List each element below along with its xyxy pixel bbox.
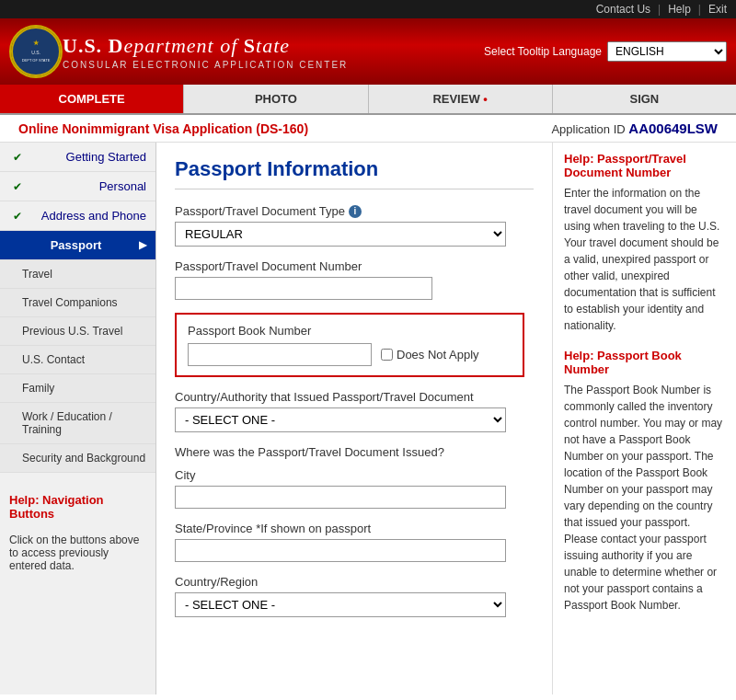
contact-us-link[interactable]: Contact Us [596, 3, 650, 16]
tab-review[interactable]: REVIEW [369, 85, 553, 113]
app-id: Application ID AA00649LSW [551, 120, 718, 136]
top-bar: Contact Us | Help | Exit [0, 0, 736, 18]
passport-type-label: Passport/Travel Document Type i [175, 204, 534, 218]
travel-companions-label: Travel Companions [22, 296, 118, 309]
tab-photo[interactable]: PHOTO [184, 85, 368, 113]
issued-country-select[interactable]: - SELECT ONE - [175, 407, 506, 432]
tooltip-lang-label: Select Tooltip Language [484, 45, 602, 58]
passport-book-number-box: Passport Book Number Does Not Apply [175, 313, 524, 377]
personal-label: Personal [99, 179, 146, 193]
header-title: U.S. Department of State CONSULAR ELECTR… [63, 34, 484, 70]
us-contact-label: U.S. Contact [22, 353, 85, 366]
does-not-apply-checkbox[interactable] [381, 349, 393, 361]
sidebar-item-us-contact[interactable]: U.S. Contact [0, 346, 155, 374]
svg-text:U.S.: U.S. [31, 50, 40, 55]
content-area: Passport Information Passport/Travel Doc… [156, 143, 552, 694]
address-phone-label: Address and Phone [41, 209, 146, 223]
help-heading-2: Help: Passport Book Number [564, 349, 725, 376]
issued-country-group: Country/Authority that Issued Passport/T… [175, 390, 534, 432]
dept-subtitle: CONSULAR ELECTRONIC APPLICATION CENTER [63, 60, 484, 70]
exit-link[interactable]: Exit [708, 3, 727, 16]
help-text-2: The Passport Book Number is commonly cal… [564, 382, 725, 614]
help-section-2: Help: Passport Book Number The Passport … [564, 349, 725, 614]
main-layout: Getting Started Personal Address and Pho… [0, 143, 736, 694]
passport-book-number-input[interactable] [188, 343, 372, 366]
passport-type-group: Passport/Travel Document Type i REGULAR [175, 204, 534, 247]
sidebar-item-work-education[interactable]: Work / Education / Training [0, 403, 155, 444]
svg-text:DEPT OF STATE: DEPT OF STATE [22, 58, 51, 63]
sidebar-help: Help: Navigation Buttons Click on the bu… [0, 482, 155, 583]
issued-where-label: Where was the Passport/Travel Document I… [175, 445, 534, 459]
passport-book-number-label: Passport Book Number [188, 324, 512, 338]
svg-text:★: ★ [33, 40, 40, 46]
sidebar-item-address-phone[interactable]: Address and Phone [0, 201, 155, 231]
language-select[interactable]: ENGLISH [607, 41, 727, 62]
passport-type-info-icon[interactable]: i [349, 205, 362, 218]
page-title: Passport Information [175, 157, 534, 189]
sidebar-item-security-background[interactable]: Security and Background [0, 444, 155, 473]
seal-logo: ★ U.S. DEPT OF STATE [9, 25, 63, 78]
city-input[interactable] [175, 486, 506, 509]
state-province-group: State/Province *If shown on passport [175, 522, 534, 562]
help-section-1: Help: Passport/Travel Document Number En… [564, 152, 725, 334]
tooltip-lang-selector[interactable]: Select Tooltip Language ENGLISH [484, 41, 727, 62]
sep2: | [698, 3, 701, 16]
sep1: | [658, 3, 661, 16]
state-province-label: State/Province *If shown on passport [175, 522, 534, 535]
sidebar-item-family[interactable]: Family [0, 374, 155, 403]
header-right: Select Tooltip Language ENGLISH [484, 41, 727, 62]
sidebar-item-travel-companions[interactable]: Travel Companions [0, 289, 155, 317]
app-id-label: Application ID [551, 122, 625, 136]
passport-arrow-icon: ▶ [139, 239, 146, 251]
sidebar-help-text: Click on the buttons above to access pre… [9, 534, 146, 572]
sidebar: Getting Started Personal Address and Pho… [0, 143, 156, 694]
work-education-label: Work / Education / Training [22, 410, 146, 436]
family-label: Family [22, 382, 54, 395]
form-name: Online Nonimmigrant Visa Application (DS… [18, 121, 308, 136]
does-not-apply-label[interactable]: Does Not Apply [381, 348, 479, 361]
help-text-1: Enter the information on the travel docu… [564, 185, 725, 334]
tab-sign[interactable]: SIGN [553, 85, 736, 113]
country-region-select[interactable]: - SELECT ONE - [175, 592, 506, 617]
help-heading-1: Help: Passport/Travel Document Number [564, 152, 725, 179]
issued-where-group: Where was the Passport/Travel Document I… [175, 445, 534, 617]
help-panel: Help: Passport/Travel Document Number En… [552, 143, 736, 694]
travel-label: Travel [22, 268, 52, 281]
app-id-value: AA00649LSW [628, 120, 718, 136]
sidebar-item-personal[interactable]: Personal [0, 172, 155, 201]
help-link[interactable]: Help [668, 3, 691, 16]
dept-name: U.S. Department of State [63, 34, 484, 58]
city-label: City [175, 468, 534, 482]
app-id-bar: Online Nonimmigrant Visa Application (DS… [0, 115, 736, 143]
passport-number-label: Passport/Travel Document Number [175, 259, 534, 273]
issued-country-label: Country/Authority that Issued Passport/T… [175, 390, 534, 404]
sidebar-item-getting-started[interactable]: Getting Started [0, 143, 155, 172]
getting-started-label: Getting Started [66, 150, 146, 164]
security-background-label: Security and Background [22, 452, 145, 465]
country-region-label: Country/Region [175, 575, 534, 589]
passport-label: Passport [51, 238, 102, 252]
city-group: City [175, 468, 534, 509]
country-region-group: Country/Region - SELECT ONE - [175, 575, 534, 617]
previous-us-travel-label: Previous U.S. Travel [22, 325, 122, 338]
sidebar-help-title: Help: Navigation Buttons [9, 493, 146, 521]
nav-tabs: COMPLETE PHOTO REVIEW SIGN [0, 85, 736, 115]
sidebar-item-previous-us-travel[interactable]: Previous U.S. Travel [0, 317, 155, 346]
book-number-row: Does Not Apply [188, 343, 512, 366]
sidebar-item-passport[interactable]: Passport ▶ [0, 231, 155, 260]
passport-number-input[interactable] [175, 277, 432, 300]
passport-type-select[interactable]: REGULAR [175, 222, 506, 247]
passport-number-group: Passport/Travel Document Number [175, 259, 534, 300]
header: ★ U.S. DEPT OF STATE U.S. Department of … [0, 18, 736, 85]
tab-complete[interactable]: COMPLETE [0, 85, 184, 113]
sidebar-item-travel[interactable]: Travel [0, 260, 155, 289]
state-province-input[interactable] [175, 539, 506, 562]
